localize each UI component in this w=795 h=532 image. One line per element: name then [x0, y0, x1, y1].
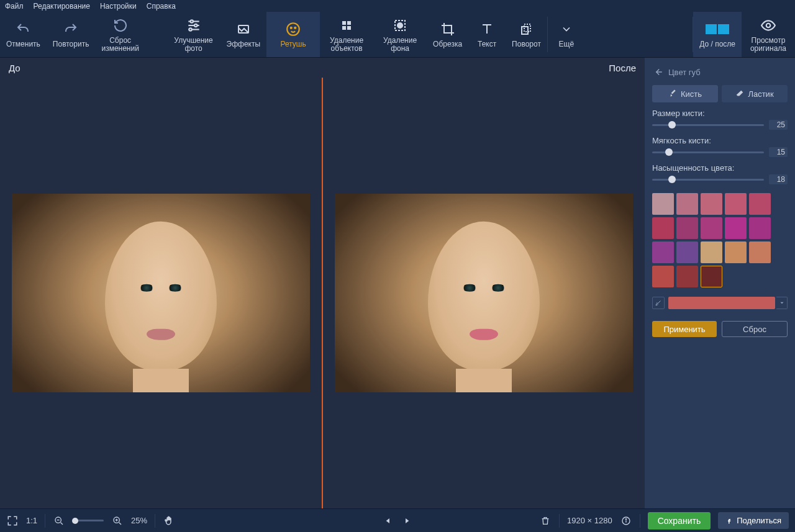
color-swatch[interactable]	[652, 217, 674, 239]
color-swatch[interactable]	[652, 241, 674, 263]
main-toolbar: Отменить Повторить Сброс изменений Улучш…	[0, 12, 795, 58]
image-dimensions: 1920 × 1280	[567, 516, 612, 525]
color-swatch[interactable]	[749, 241, 771, 263]
zoom-out-button[interactable]	[53, 515, 65, 527]
redo-icon	[63, 20, 78, 38]
view-original-button[interactable]: Просмотр оригинала	[742, 12, 795, 57]
menu-help[interactable]: Справка	[147, 2, 176, 11]
remove-objects-button[interactable]: Удаление объектов	[320, 12, 373, 57]
svg-rect-18	[706, 25, 716, 34]
brush-soft-row: Мягкость кисти: 15	[652, 136, 788, 157]
undo-icon	[16, 20, 30, 38]
menu-edit[interactable]: Редактирование	[34, 2, 90, 11]
fullscreen-button[interactable]	[6, 515, 19, 527]
enhance-button[interactable]: Улучшение фото	[167, 12, 220, 57]
remove-bg-button[interactable]: Удаление фона	[373, 12, 427, 57]
after-label: После	[609, 63, 636, 73]
effects-button[interactable]: Эффекты	[220, 12, 267, 57]
eraser-icon	[735, 89, 744, 98]
effects-icon	[236, 20, 251, 38]
rotate-button[interactable]: Поворот	[506, 12, 547, 57]
color-swatch[interactable]	[701, 193, 722, 215]
canvas-area: До После	[0, 58, 645, 508]
color-swatch[interactable]	[725, 241, 747, 263]
before-photo	[12, 194, 310, 392]
eyedropper-button[interactable]	[652, 297, 665, 309]
hand-tool-button[interactable]	[163, 515, 175, 527]
custom-color-row	[652, 296, 788, 310]
undo-button[interactable]: Отменить	[0, 12, 47, 57]
next-image-button[interactable]	[401, 515, 413, 527]
brush-size-slider[interactable]	[652, 124, 764, 126]
brush-tab[interactable]: Кисть	[652, 85, 718, 102]
eye-icon	[760, 17, 776, 34]
panel-actions: Применить Сброс	[652, 321, 788, 337]
more-button[interactable]: Ещё	[548, 12, 585, 57]
svg-point-8	[291, 27, 292, 29]
svg-point-5	[189, 28, 191, 30]
before-after-button[interactable]: До / после	[693, 12, 742, 57]
fit-label[interactable]: 1:1	[26, 516, 37, 525]
reset-button[interactable]: Сброс изменений	[95, 12, 145, 57]
svg-point-9	[294, 27, 296, 29]
color-swatch[interactable]	[652, 266, 674, 287]
menu-file[interactable]: Файл	[5, 2, 24, 11]
nav-arrows	[382, 515, 413, 527]
retouch-button[interactable]: Ретушь	[266, 12, 320, 57]
crop-button[interactable]: Обрезка	[427, 12, 468, 57]
brush-soft-value: 15	[769, 147, 788, 157]
svg-rect-12	[342, 26, 346, 30]
canvas-body[interactable]	[0, 78, 645, 508]
svg-rect-11	[347, 21, 351, 25]
color-swatch[interactable]	[701, 217, 722, 239]
color-swatch[interactable]	[701, 241, 722, 263]
redo-button[interactable]: Повторить	[47, 12, 96, 57]
reset-icon	[113, 17, 128, 34]
face-icon	[285, 20, 301, 38]
zoom-in-button[interactable]	[111, 515, 124, 527]
after-pane	[323, 78, 645, 508]
color-swatch[interactable]	[749, 217, 771, 239]
saturation-label: Насыщенность цвета:	[652, 163, 788, 173]
compare-icon	[705, 20, 730, 38]
share-button[interactable]: Поделиться	[718, 512, 789, 529]
panel-title: Цвет губ	[668, 68, 701, 77]
saturation-slider[interactable]	[652, 179, 764, 181]
svg-line-23	[61, 522, 63, 524]
color-swatch[interactable]	[676, 193, 698, 215]
delete-button[interactable]	[539, 515, 552, 527]
color-swatch[interactable]	[652, 193, 674, 215]
before-label: До	[9, 63, 20, 73]
color-swatch[interactable]	[676, 241, 698, 263]
before-pane	[0, 78, 323, 508]
canvas-header: До После	[0, 58, 645, 78]
color-swatch[interactable]	[701, 266, 722, 287]
saturation-row: Насыщенность цвета: 18	[652, 163, 788, 184]
svg-rect-13	[347, 26, 351, 30]
eraser-tab[interactable]: Ластик	[722, 85, 788, 102]
color-swatch[interactable]	[676, 266, 698, 287]
back-icon[interactable]	[652, 66, 663, 78]
color-dropdown-button[interactable]	[776, 297, 788, 309]
brush-soft-label: Мягкость кисти:	[652, 136, 788, 145]
apply-button[interactable]: Применить	[652, 321, 717, 337]
prev-image-button[interactable]	[382, 515, 394, 527]
zoom-slider[interactable]	[73, 520, 104, 521]
info-button[interactable]	[620, 515, 632, 527]
remove-bg-icon	[393, 17, 407, 34]
panel-header: Цвет губ	[652, 65, 788, 79]
workspace: До После Цвет губ Кисть	[0, 58, 795, 508]
brush-soft-slider[interactable]	[652, 151, 764, 153]
after-photo	[335, 194, 633, 392]
side-panel: Цвет губ Кисть Ластик Размер кисти: 25 М…	[645, 58, 795, 508]
save-button[interactable]: Сохранить	[648, 512, 711, 530]
color-swatch[interactable]	[725, 217, 747, 239]
color-swatch[interactable]	[725, 193, 747, 215]
menu-settings[interactable]: Настройки	[100, 2, 137, 11]
text-button[interactable]: Текст	[468, 12, 506, 57]
svg-line-27	[119, 522, 121, 524]
cancel-button[interactable]: Сброс	[722, 321, 788, 337]
selected-color-preview	[668, 297, 775, 309]
color-swatch[interactable]	[749, 193, 771, 215]
color-swatch[interactable]	[676, 217, 698, 239]
